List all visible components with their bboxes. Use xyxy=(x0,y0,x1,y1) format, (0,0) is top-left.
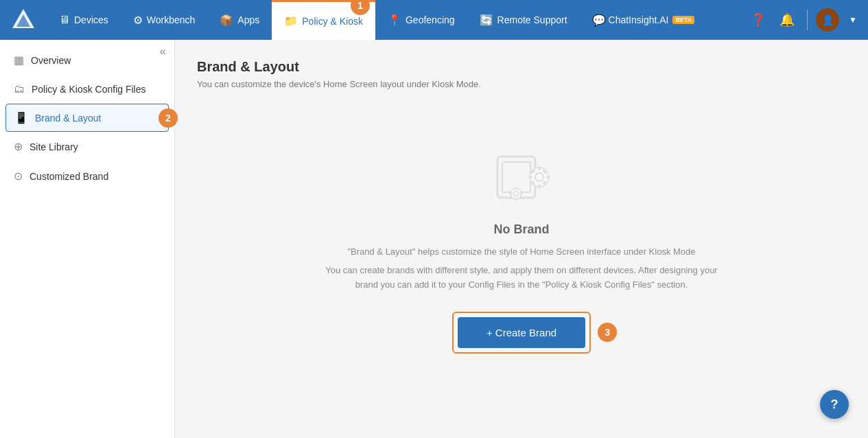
page-title: Brand & Layout xyxy=(197,59,846,75)
sidebar-toggle[interactable]: « xyxy=(160,45,166,58)
page-subtitle: You can customize the device's Home Scre… xyxy=(197,79,846,89)
chatinsight-icon: 💬 xyxy=(592,14,606,27)
svg-rect-19 xyxy=(520,193,523,194)
sidebar-item-site-library[interactable]: ⊕ Site Library xyxy=(0,132,174,161)
avatar-dropdown-icon[interactable]: ▼ xyxy=(845,11,861,29)
sidebar-item-brand-layout[interactable]: 📱 Brand & Layout 2 xyxy=(5,104,169,132)
step-badge-3: 3 xyxy=(598,323,617,342)
nav-right-section: ❓ 🔔 👤 ▼ xyxy=(747,8,861,32)
sidebar-item-overview[interactable]: ▦ Overview xyxy=(0,45,174,75)
nav-item-workbench[interactable]: ⚙ Workbench xyxy=(121,0,208,40)
sidebar-item-customized-brand[interactable]: ⊙ Customized Brand xyxy=(0,161,174,191)
nav-item-chatinsight[interactable]: 💬 ChatInsight.AI BETA xyxy=(580,0,707,40)
workbench-icon: ⚙ xyxy=(133,14,143,27)
nav-item-remote[interactable]: 🔄 Remote Support xyxy=(467,0,580,40)
nav-item-devices[interactable]: 🖥 Devices xyxy=(47,0,121,40)
create-brand-wrapper: + Create Brand 3 xyxy=(458,317,585,348)
svg-rect-6 xyxy=(539,166,541,170)
create-brand-button[interactable]: + Create Brand xyxy=(458,317,585,348)
nav-item-geofencing[interactable]: 📍 Geofencing xyxy=(375,0,467,40)
help-circle-icon[interactable]: ❓ xyxy=(747,8,770,32)
svg-rect-8 xyxy=(528,176,532,178)
remote-icon: 🔄 xyxy=(480,14,493,27)
main-layout: « ▦ Overview 🗂 Policy & Kiosk Config Fil… xyxy=(0,40,868,438)
main-content: Brand & Layout You can customize the dev… xyxy=(175,40,868,438)
svg-rect-9 xyxy=(546,176,550,178)
apps-icon: 📦 xyxy=(220,14,233,27)
svg-rect-16 xyxy=(515,187,517,190)
nav-divider xyxy=(807,10,808,30)
tablet-icon: 📱 xyxy=(14,111,28,124)
help-icon: ? xyxy=(831,397,838,412)
empty-title: No Brand xyxy=(494,222,550,237)
svg-rect-17 xyxy=(515,198,517,200)
svg-rect-7 xyxy=(539,184,541,188)
svg-point-4 xyxy=(530,168,549,187)
beta-badge: BETA xyxy=(672,16,694,24)
no-brand-illustration xyxy=(487,151,556,206)
customized-brand-icon: ⊙ xyxy=(14,170,23,183)
config-file-icon: 🗂 xyxy=(14,83,25,95)
nav-item-apps[interactable]: 📦 Apps xyxy=(207,0,272,40)
site-library-icon: ⊕ xyxy=(14,140,23,153)
user-avatar[interactable]: 👤 xyxy=(816,8,839,32)
empty-state: No Brand "Brand & Layout" helps customiz… xyxy=(197,110,846,376)
step-badge-2: 2 xyxy=(159,108,178,128)
sidebar-item-policy-config[interactable]: 🗂 Policy & Kiosk Config Files xyxy=(0,75,174,104)
help-button[interactable]: ? xyxy=(820,390,849,419)
policy-icon: 📁 xyxy=(284,14,298,27)
sidebar: « ▦ Overview 🗂 Policy & Kiosk Config Fil… xyxy=(0,40,175,438)
top-navigation: 🖥 Devices ⚙ Workbench 📦 Apps 📁 Policy & … xyxy=(0,0,868,40)
svg-rect-18 xyxy=(510,193,513,194)
bell-icon[interactable]: 🔔 xyxy=(775,8,799,32)
app-logo[interactable] xyxy=(7,3,40,36)
empty-desc1: "Brand & Layout" helps customize the sty… xyxy=(347,246,695,257)
overview-icon: ▦ xyxy=(14,54,24,67)
devices-icon: 🖥 xyxy=(59,14,70,26)
empty-desc2: You can create brands with different sty… xyxy=(316,264,727,292)
geofencing-icon: 📍 xyxy=(388,14,401,27)
